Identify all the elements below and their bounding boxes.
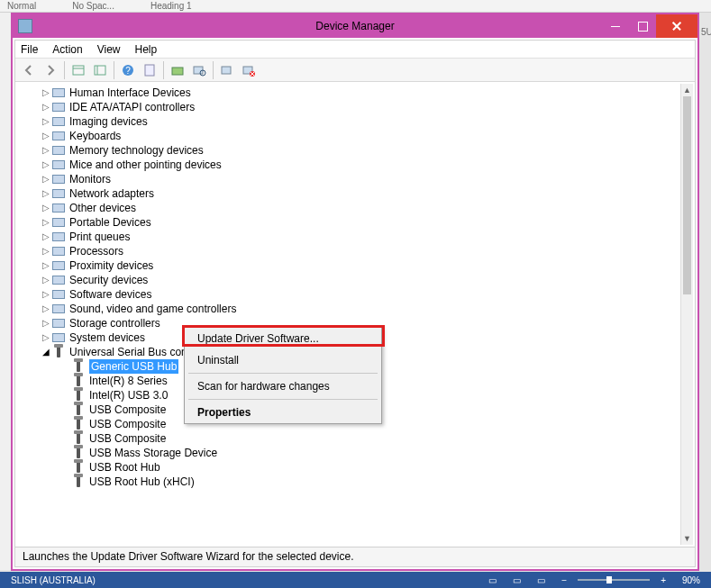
expand-arrow-icon[interactable]: ▷ bbox=[41, 129, 51, 143]
expand-arrow-icon[interactable]: ▷ bbox=[41, 215, 51, 230]
usb-device-icon bbox=[71, 374, 86, 388]
tree-device[interactable]: USB Root Hub (xHCI) bbox=[60, 475, 689, 489]
tb-props-icon[interactable] bbox=[140, 60, 160, 80]
expand-arrow-icon[interactable]: ▷ bbox=[41, 100, 51, 114]
usb-device-icon bbox=[71, 475, 86, 489]
menubar: File Action View Help bbox=[15, 41, 695, 59]
expand-arrow-icon[interactable]: ▷ bbox=[41, 230, 51, 244]
expand-arrow-icon[interactable]: ▷ bbox=[41, 302, 51, 316]
expand-arrow-icon[interactable]: ▷ bbox=[41, 287, 51, 302]
tb-update-icon[interactable] bbox=[168, 60, 187, 80]
tree-category[interactable]: ▷Mice and other pointing devices bbox=[41, 158, 689, 172]
tree-category[interactable]: ▷Processors bbox=[41, 244, 689, 258]
svg-rect-0 bbox=[73, 66, 84, 75]
tree-label: Memory technology devices bbox=[69, 143, 204, 158]
tree-category[interactable]: ▷Proximity devices bbox=[41, 258, 689, 273]
expand-arrow-icon[interactable]: ▷ bbox=[41, 244, 51, 258]
expand-arrow-icon[interactable]: ▷ bbox=[41, 316, 51, 330]
tree-category[interactable]: ▷Sound, video and game controllers bbox=[41, 302, 689, 316]
expand-arrow-icon[interactable]: ▷ bbox=[41, 114, 51, 129]
tree-category[interactable]: ▷Human Interface Devices bbox=[41, 86, 689, 100]
expand-arrow-icon[interactable]: ▷ bbox=[41, 330, 51, 345]
tree-category[interactable]: ▷Keyboards bbox=[41, 129, 689, 143]
tree-category[interactable]: ▷Imaging devices bbox=[41, 114, 689, 129]
usb-device-icon bbox=[71, 460, 86, 475]
tb-scan-icon[interactable] bbox=[189, 60, 209, 80]
expand-arrow-icon[interactable]: ▷ bbox=[41, 172, 51, 186]
tree-category[interactable]: ▷Software devices bbox=[41, 287, 689, 302]
maximize-button[interactable] bbox=[629, 14, 656, 38]
device-category-icon bbox=[51, 230, 66, 244]
device-category-icon bbox=[51, 330, 66, 345]
context-menu-item[interactable]: Scan for hardware changes bbox=[185, 375, 381, 397]
tree-category[interactable]: ▷Memory technology devices bbox=[41, 143, 689, 158]
zoom-slider[interactable] bbox=[578, 579, 650, 581]
minimize-button[interactable] bbox=[602, 14, 629, 38]
context-menu-item[interactable]: Uninstall bbox=[185, 349, 381, 371]
device-category-icon bbox=[51, 129, 66, 143]
tb-help-icon[interactable]: ? bbox=[118, 60, 138, 80]
expand-arrow-icon[interactable]: ▷ bbox=[41, 258, 51, 273]
usb-controller-icon bbox=[51, 345, 66, 359]
tree-category[interactable]: ▷Security devices bbox=[41, 273, 689, 287]
menu-help[interactable]: Help bbox=[135, 43, 158, 56]
view-icon-3[interactable]: ▭ bbox=[532, 575, 551, 585]
expand-arrow-icon[interactable]: ▷ bbox=[41, 273, 51, 287]
tree-label: Monitors bbox=[69, 172, 111, 186]
zoom-out-button[interactable]: − bbox=[556, 575, 572, 585]
language-indicator[interactable]: SLISH (AUSTRALIA) bbox=[5, 575, 101, 585]
usb-device-icon bbox=[71, 359, 86, 374]
device-tree[interactable]: ▷Human Interface Devices▷IDE ATA/ATAPI c… bbox=[15, 82, 695, 547]
zoom-percent[interactable]: 90% bbox=[677, 575, 706, 585]
forward-button[interactable] bbox=[41, 60, 60, 80]
usb-device-icon bbox=[71, 403, 86, 417]
word-statusbar: SLISH (AUSTRALIA) ▭ ▭ ▭ − + 90% bbox=[0, 572, 711, 588]
expand-arrow-icon[interactable]: ▷ bbox=[41, 186, 51, 201]
tree-label: USB Root Hub bbox=[89, 460, 160, 475]
view-icon-2[interactable]: ▭ bbox=[507, 575, 526, 585]
statusbar: Launches the Update Driver Software Wiza… bbox=[15, 547, 695, 566]
tb-disable-icon[interactable] bbox=[239, 60, 259, 80]
tb-icon-1[interactable] bbox=[68, 60, 88, 80]
titlebar[interactable]: Device Manager bbox=[13, 14, 697, 38]
close-button[interactable] bbox=[656, 14, 697, 38]
menu-view[interactable]: View bbox=[97, 43, 121, 56]
tree-device[interactable]: USB Mass Storage Device bbox=[60, 446, 689, 460]
scroll-up-icon[interactable]: ▲ bbox=[681, 84, 693, 96]
scroll-down-icon[interactable]: ▼ bbox=[681, 532, 693, 545]
context-menu-item[interactable]: Properties bbox=[185, 402, 381, 423]
menu-action[interactable]: Action bbox=[52, 43, 82, 56]
svg-rect-7 bbox=[172, 68, 183, 75]
tree-category[interactable]: ▷Other devices bbox=[41, 201, 689, 215]
tree-category[interactable]: ▷Monitors bbox=[41, 172, 689, 186]
expand-arrow-icon[interactable]: ▷ bbox=[41, 201, 51, 215]
device-category-icon bbox=[51, 100, 66, 114]
background-left-strip bbox=[0, 13, 11, 570]
tb-uninstall-icon[interactable] bbox=[217, 60, 237, 80]
tb-icon-2[interactable] bbox=[90, 60, 110, 80]
usb-device-icon bbox=[71, 417, 86, 431]
tree-category[interactable]: ▷Portable Devices bbox=[41, 215, 689, 230]
vertical-scrollbar[interactable]: ▲ ▼ bbox=[680, 84, 693, 545]
expand-arrow-icon[interactable]: ▷ bbox=[41, 158, 51, 172]
app-icon bbox=[18, 19, 32, 33]
view-icon-1[interactable]: ▭ bbox=[483, 575, 502, 585]
zoom-in-button[interactable]: + bbox=[655, 575, 671, 585]
tree-category[interactable]: ▷IDE ATA/ATAPI controllers bbox=[41, 100, 689, 114]
tree-category[interactable]: ▷Print queues bbox=[41, 230, 689, 244]
tree-label: USB Composite bbox=[89, 431, 166, 446]
scroll-thumb[interactable] bbox=[683, 96, 691, 294]
menu-file[interactable]: File bbox=[21, 43, 38, 56]
tree-label: Network adapters bbox=[69, 186, 154, 201]
tree-category[interactable]: ▷Network adapters bbox=[41, 186, 689, 201]
expand-arrow-icon[interactable]: ▷ bbox=[41, 143, 51, 158]
tree-label: IDE ATA/ATAPI controllers bbox=[69, 100, 195, 114]
tree-device[interactable]: USB Composite bbox=[60, 431, 689, 446]
expand-arrow-icon[interactable]: ▷ bbox=[41, 86, 51, 100]
tree-device[interactable]: USB Root Hub bbox=[60, 460, 689, 475]
collapse-arrow-icon[interactable]: ◢ bbox=[41, 345, 51, 359]
back-button[interactable] bbox=[19, 60, 39, 80]
tree-label: Portable Devices bbox=[69, 215, 151, 230]
context-menu-item[interactable]: Update Driver Software... bbox=[185, 328, 381, 349]
svg-rect-10 bbox=[222, 67, 231, 74]
